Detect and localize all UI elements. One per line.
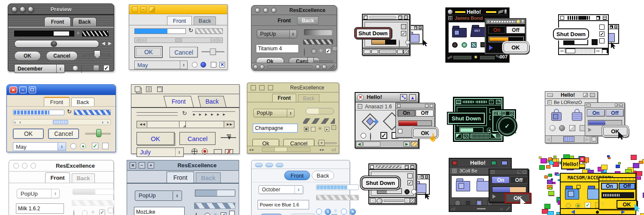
- checkbox-pattern-icon[interactable]: [471, 42, 477, 48]
- close-icon[interactable]: ✕: [357, 94, 364, 101]
- titlebar[interactable]: [369, 164, 416, 170]
- ok-button[interactable]: OK: [134, 46, 163, 58]
- scroll-track[interactable]: [453, 56, 471, 59]
- titlebar[interactable]: [585, 103, 624, 108]
- tab-back[interactable]: Back: [194, 16, 216, 25]
- scroll-right-icon[interactable]: [621, 210, 625, 214]
- scroll-button[interactable]: [397, 49, 403, 54]
- on-button[interactable]: On: [601, 183, 618, 190]
- zoom-icon[interactable]: [517, 170, 521, 174]
- lock-bag-icon[interactable]: [551, 109, 562, 122]
- minimize-icon[interactable]: [22, 163, 27, 169]
- scroll-left-icons[interactable]: ◂ ▸: [249, 147, 254, 152]
- shutdown-button[interactable]: Shut Down: [361, 177, 399, 189]
- popup-stepper-icon[interactable]: ▲▼: [180, 61, 187, 69]
- shade-icon[interactable]: [603, 16, 607, 20]
- zoom-icon[interactable]: [276, 163, 283, 167]
- shade-icon[interactable]: [404, 15, 408, 19]
- close-icon[interactable]: [456, 100, 461, 104]
- shutdown-button[interactable]: Shut Down: [553, 28, 589, 40]
- scroll-left-icon[interactable]: ‹: [14, 120, 16, 125]
- tab-front[interactable]: Front: [273, 17, 295, 25]
- hello-tab[interactable]: Hello!: [561, 158, 580, 169]
- tab-back[interactable]: Back: [298, 94, 319, 102]
- checkbox-checked[interactable]: ✓: [99, 209, 105, 215]
- scrollbar[interactable]: ◂ ▸ ◂ ▸ ııl: [247, 146, 339, 153]
- tab-front[interactable]: Front: [284, 171, 310, 180]
- off-button[interactable]: Off: [510, 176, 528, 184]
- scroll-right-icon[interactable]: ▷: [584, 136, 590, 142]
- window-button-icon[interactable]: [271, 8, 276, 13]
- off-button[interactable]: Off: [416, 110, 434, 117]
- checkbox-unchecked[interactable]: [229, 211, 235, 215]
- titlebar[interactable]: ResExcellence: [252, 6, 337, 15]
- close-icon[interactable]: [586, 104, 591, 107]
- dial-icon[interactable]: ✓: [498, 117, 516, 135]
- titlebar[interactable]: Preview: [8, 4, 114, 15]
- grow-icon[interactable]: [506, 206, 510, 210]
- scroll-left2-icon[interactable]: ›: [19, 120, 21, 125]
- zoom-icon[interactable]: [268, 85, 273, 90]
- close-icon[interactable]: [547, 93, 553, 97]
- scroll-button[interactable]: [371, 49, 378, 54]
- shade-icon[interactable]: ✕: [510, 112, 513, 115]
- zoom-icon[interactable]: [157, 86, 163, 92]
- titlebar[interactable]: Hello!: [447, 9, 508, 15]
- scrollbar[interactable]: ⇦ ⇨: [559, 48, 608, 54]
- close-icon[interactable]: ✕: [9, 86, 17, 93]
- off-button[interactable]: Off: [606, 109, 624, 117]
- titlebar[interactable]: [559, 15, 608, 21]
- scroll-left-icon[interactable]: [571, 210, 575, 214]
- close-icon[interactable]: ✕: [130, 162, 136, 169]
- checkbox-rect-crossed-icon[interactable]: ✗: [225, 149, 233, 154]
- tab-back[interactable]: Back: [73, 17, 97, 26]
- checkbox-unchecked[interactable]: [311, 127, 316, 132]
- close-icon[interactable]: [132, 6, 138, 12]
- scroll-right-icon[interactable]: ›: [107, 120, 109, 125]
- titlebar[interactable]: [252, 160, 349, 169]
- scroll-right-icon[interactable]: ▷: [217, 38, 222, 43]
- grow-icon[interactable]: [495, 134, 501, 138]
- titlebar[interactable]: [486, 19, 525, 24]
- titlebar[interactable]: ▽: [455, 99, 501, 105]
- tab-front[interactable]: Front: [44, 17, 71, 26]
- close-icon[interactable]: [370, 165, 374, 169]
- zoom-icon[interactable]: [610, 25, 613, 28]
- titlebar[interactable]: Hello!: [545, 92, 597, 99]
- scroll-left-marks[interactable]: ııl: [451, 207, 456, 211]
- scroll-thumb[interactable]: [51, 41, 57, 47]
- checkbox-checked-icon[interactable]: ✕: [219, 62, 225, 68]
- radio-green-icon[interactable]: [462, 42, 467, 48]
- checkbox-unchecked[interactable]: [211, 62, 216, 68]
- zoom-icon[interactable]: [615, 104, 618, 107]
- scroll-right-icon[interactable]: ▶: [404, 141, 410, 147]
- scroll-thumb[interactable]: [379, 49, 396, 54]
- minimize-icon[interactable]: −: [140, 6, 146, 12]
- slider-thumb[interactable]: [228, 136, 231, 140]
- folder-icon[interactable]: [456, 178, 471, 191]
- ok-button[interactable]: OK: [603, 126, 628, 136]
- close-icon[interactable]: [397, 104, 401, 108]
- close-icon[interactable]: [251, 85, 256, 90]
- radio-unselected[interactable]: [566, 203, 571, 208]
- scroll-right2-icon[interactable]: ◁: [211, 38, 216, 43]
- shutdown-button[interactable]: Shut Down: [448, 113, 485, 124]
- on-button[interactable]: On: [398, 110, 415, 117]
- scroll-right-icons[interactable]: ◂ ▸: [319, 147, 324, 152]
- ok-button[interactable]: OK: [137, 132, 174, 145]
- grow-icon[interactable]: [602, 49, 608, 53]
- checkbox-checked[interactable]: ✓: [325, 48, 331, 54]
- close-icon[interactable]: [560, 16, 564, 20]
- close-icon[interactable]: [135, 86, 140, 92]
- minimize-icon[interactable]: ☰: [146, 86, 152, 92]
- scrollbar[interactable]: ◁ ▷ ◁ ▷: [134, 37, 223, 43]
- cancel-button[interactable]: Cancel: [48, 129, 79, 139]
- radio-selected[interactable]: [73, 210, 74, 215]
- scrollbar[interactable]: ◁ ▷: [369, 197, 416, 203]
- play-icon[interactable]: [588, 128, 592, 132]
- titlebar[interactable]: −: [129, 5, 227, 14]
- play-icon[interactable]: [489, 45, 493, 50]
- zoom-icon[interactable]: [149, 6, 155, 12]
- radio-dark-icon[interactable]: [452, 42, 458, 48]
- radio-selected[interactable]: [304, 48, 305, 56]
